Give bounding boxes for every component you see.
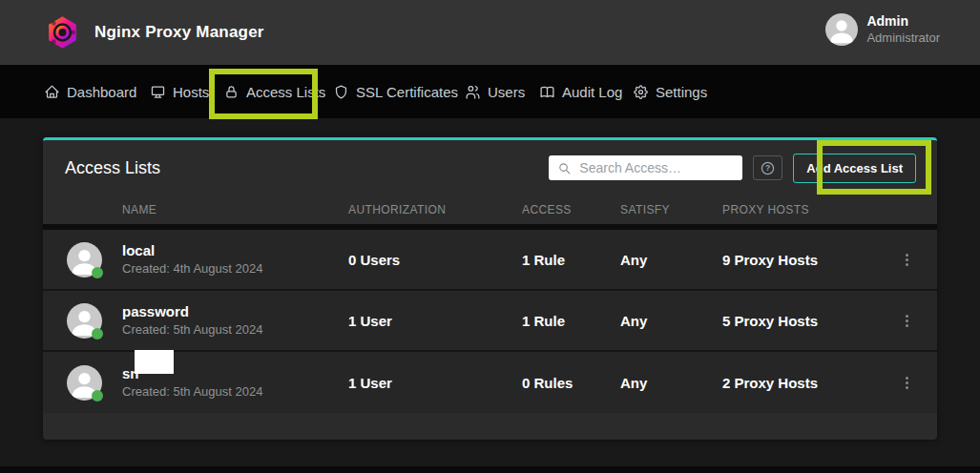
search-icon [557,161,572,175]
proxy-hosts-value: 5 Proxy Hosts [722,313,873,329]
access-list-created: Created: 4th August 2024 [122,260,348,278]
access-list-avatar [67,303,102,339]
home-icon [44,84,60,100]
row-actions-menu-icon[interactable] [898,247,915,272]
nav-item-audit-log[interactable]: Audit Log [539,65,622,118]
nav-item-hosts[interactable]: Hosts [150,65,209,118]
online-status-dot [92,390,103,401]
nav-item-label: Hosts [173,84,209,100]
user-menu[interactable]: Admin Administrator [825,13,940,46]
table-row: password Created: 5th August 2024 1 User… [43,291,937,352]
nav-item-dashboard[interactable]: Dashboard [44,65,136,118]
nav-item-access-lists[interactable]: Access Lists [223,65,325,118]
nav-item-label: Settings [656,84,707,100]
proxy-hosts-value: 9 Proxy Hosts [722,252,873,268]
row-actions-menu-icon[interactable] [898,308,915,333]
nav-item-label: Users [488,84,525,100]
online-status-dot [92,328,103,339]
online-status-dot [92,267,103,278]
authorization-value: 1 User [348,313,522,329]
nav-item-ssl-certificates[interactable]: SSL Certificates [333,65,458,118]
satisfy-value: Any [620,252,722,268]
column-header-proxy-hosts: PROXY HOSTS [722,203,873,216]
access-lists-panel: Access Lists ? Add Access List NAME AUTH… [43,137,937,440]
book-icon [539,84,555,100]
main-navbar: Dashboard Hosts Access Lists SSL Certifi… [0,65,980,118]
top-header-bar: Nginx Proxy Manager Admin Administrator [0,0,980,65]
app-title: Nginx Proxy Manager [94,23,264,42]
users-icon [465,84,481,100]
nav-item-label: Access Lists [246,84,325,100]
proxy-hosts-value: 2 Proxy Hosts [722,375,873,391]
row-actions-menu-icon[interactable] [898,370,915,395]
redaction-box [135,350,174,374]
access-list-name: password [122,301,348,321]
user-name: Admin [866,13,940,31]
help-button[interactable]: ? [753,155,782,180]
column-header-satisfy: SATISFY [620,203,722,216]
access-list-avatar [67,242,102,278]
panel-header: Access Lists ? Add Access List [43,140,937,195]
authorization-value: 1 User [348,375,522,391]
table-header-row: NAME AUTHORIZATION ACCESS SATISFY PROXY … [43,195,937,230]
access-list-created: Created: 5th August 2024 [122,383,348,401]
add-access-list-button[interactable]: Add Access List [793,154,916,183]
column-header-authorization: AUTHORIZATION [348,203,522,216]
window-bottom-edge [0,466,980,473]
search-box [549,155,742,180]
page-title: Access Lists [65,158,160,178]
search-input[interactable] [572,160,742,175]
access-value: 1 Rule [522,252,620,268]
monitor-icon [150,84,166,100]
column-header-name: NAME [122,203,348,216]
table-row: local Created: 4th August 2024 0 Users 1… [43,230,937,291]
access-list-created: Created: 5th August 2024 [122,321,348,339]
nav-item-label: Dashboard [67,84,136,100]
nav-item-settings[interactable]: Settings [633,65,707,118]
authorization-value: 0 Users [348,252,522,268]
svg-text:?: ? [765,163,770,173]
user-role: Administrator [866,31,940,46]
gear-icon [633,84,649,100]
nginx-proxy-manager-logo-icon[interactable] [45,14,80,51]
help-icon: ? [760,160,776,176]
nav-item-label: Audit Log [562,84,622,100]
user-avatar [825,13,858,46]
access-value: 0 Rules [522,375,620,391]
nav-item-label: SSL Certificates [356,84,458,100]
lock-icon [223,84,240,100]
access-value: 1 Rule [522,313,620,329]
access-list-avatar [67,365,102,401]
shield-icon [333,84,349,100]
nav-item-users[interactable]: Users [465,65,525,118]
satisfy-value: Any [620,313,722,329]
access-list-name: local [122,240,348,260]
satisfy-value: Any [620,375,722,391]
table-row: sn Created: 5th August 2024 1 User 0 Rul… [43,352,937,413]
column-header-access: ACCESS [522,203,620,216]
